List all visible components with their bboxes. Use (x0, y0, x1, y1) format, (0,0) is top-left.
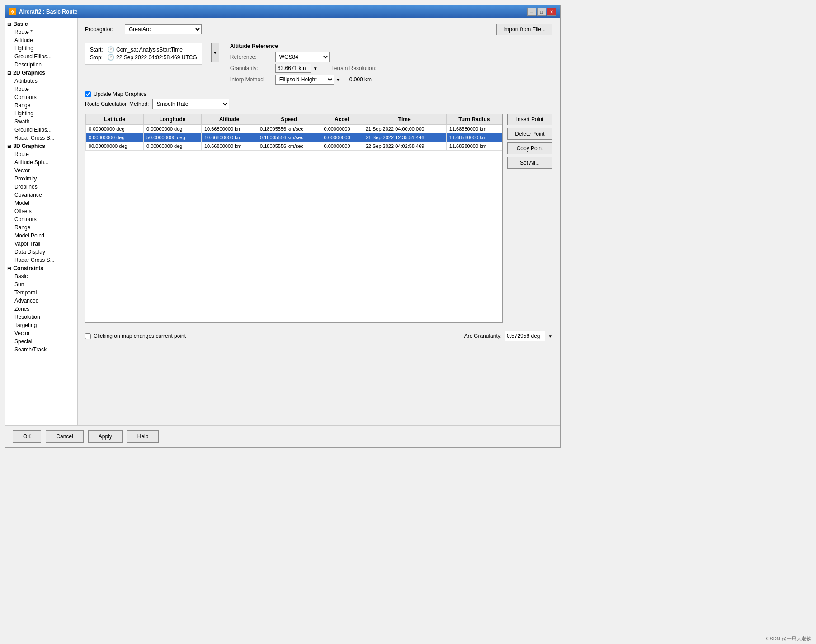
title-bar: ✈ Aircraft2 : Basic Route ─ □ ✕ (5, 5, 560, 18)
delete-point-button[interactable]: Delete Point (507, 128, 552, 140)
stop-label: Stop: (90, 54, 107, 61)
sidebar-item-swath[interactable]: Swath (5, 118, 77, 126)
cell-turn-1: 11.68580000 km (446, 125, 502, 133)
interp-method-select[interactable]: Ellipsoid Height (275, 75, 334, 85)
table-header: Latitude Longitude Altitude Speed Accel … (86, 114, 502, 125)
arc-granularity-input[interactable] (505, 331, 545, 341)
sidebar-item-model[interactable]: Model (5, 199, 77, 207)
set-all-button[interactable]: Set All... (507, 157, 552, 169)
cell-turn-2: 11.68580000 km (446, 133, 502, 142)
granularity-label: Granularity: (230, 65, 275, 71)
sidebar-item-offsets[interactable]: Offsets (5, 207, 77, 215)
sidebar-item-advanced[interactable]: Advanced (5, 297, 77, 305)
col-accel: Accel (321, 114, 363, 125)
cell-time-1: 21 Sep 2022 04:00:00.000 (363, 125, 446, 133)
col-longitude: Longitude (143, 114, 201, 125)
ok-button[interactable]: OK (13, 430, 41, 443)
table-row[interactable]: 0.00000000 deg 0.00000000 deg 10.6680000… (86, 125, 502, 133)
propagator-select[interactable]: GreatArc (125, 24, 202, 34)
sidebar-item-description[interactable]: Description (5, 61, 77, 69)
sidebar-item-contours-3d[interactable]: Contours (5, 215, 77, 223)
interp-method-arrow[interactable]: ▼ (336, 77, 340, 82)
sidebar-group-3d[interactable]: ⊟ 3D Graphics (5, 142, 77, 150)
clicking-on-map-label: Clicking on map changes current point (94, 333, 186, 339)
insert-point-button[interactable]: Insert Point (507, 114, 552, 125)
side-buttons: Insert Point Delete Point Copy Point Set… (507, 114, 552, 169)
sidebar-item-resolution[interactable]: Resolution (5, 313, 77, 321)
route-calc-label: Route Calculation Method: (85, 101, 149, 107)
sidebar-item-sun[interactable]: Sun (5, 280, 77, 289)
route-calc-select[interactable]: Smooth Rate (152, 99, 229, 109)
cell-accel-2: 0.00000000 (321, 133, 363, 142)
altitude-reference-title: Altitude Reference (230, 43, 377, 49)
sidebar-item-range-2d[interactable]: Range (5, 101, 77, 109)
sidebar-item-vector-constraints[interactable]: Vector (5, 329, 77, 337)
sidebar-item-basic-constraints[interactable]: Basic (5, 272, 77, 280)
arc-granularity-arrow[interactable]: ▼ (548, 334, 552, 339)
reference-label: Reference: (230, 54, 275, 60)
close-button[interactable]: ✕ (547, 8, 556, 16)
bottom-row: Clicking on map changes current point Ar… (85, 331, 552, 341)
granularity-input[interactable] (275, 64, 311, 73)
sidebar-item-covariance[interactable]: Covariance (5, 191, 77, 199)
sidebar-item-ground-ellips-basic[interactable]: Ground Ellips... (5, 52, 77, 61)
sidebar-item-radar-cross-3d[interactable]: Radar Cross S... (5, 256, 77, 264)
sidebar-item-route-2d[interactable]: Route (5, 85, 77, 93)
sidebar-group-2d[interactable]: ⊟ 2D Graphics (5, 69, 77, 77)
granularity-arrow[interactable]: ▼ (313, 66, 318, 71)
sidebar-item-special[interactable]: Special (5, 337, 77, 346)
sidebar-item-contours-2d[interactable]: Contours (5, 93, 77, 101)
cell-alt-2: 10.66800000 km (201, 133, 257, 142)
title-bar-buttons: ─ □ ✕ (527, 8, 556, 16)
cancel-button[interactable]: Cancel (46, 430, 83, 443)
minimize-button[interactable]: ─ (527, 8, 536, 16)
table-row[interactable]: 90.00000000 deg 0.00000000 deg 10.668000… (86, 142, 502, 151)
sidebar-item-droplines[interactable]: Droplines (5, 183, 77, 191)
cell-speed-3: 0.18005556 km/sec (257, 142, 321, 151)
clicking-on-map-checkbox[interactable] (85, 333, 91, 339)
update-map-label: Update Map Graphics (94, 91, 146, 97)
window-title: Aircraft2 : Basic Route (19, 9, 77, 15)
sidebar-item-vector-3d[interactable]: Vector (5, 166, 77, 175)
sidebar-item-lighting-basic[interactable]: Lighting (5, 44, 77, 52)
start-stop-dropdown-button[interactable]: ▼ (211, 43, 219, 62)
sidebar-item-proximity[interactable]: Proximity (5, 175, 77, 183)
start-label: Start: (90, 47, 107, 53)
table-header-row: Latitude Longitude Altitude Speed Accel … (86, 114, 502, 125)
sidebar-item-search-track[interactable]: Search/Track (5, 346, 77, 354)
watermark: CSDN @一只大老铁 (766, 635, 811, 642)
table-row[interactable]: 0.00000000 deg 50.00000000 deg 10.668000… (86, 133, 502, 142)
apply-button[interactable]: Apply (88, 430, 123, 443)
sidebar-item-attitude[interactable]: Attitude (5, 36, 77, 44)
sidebar-item-attitude-sph[interactable]: Attitude Sph... (5, 158, 77, 166)
sidebar-item-model-pointi[interactable]: Model Pointi... (5, 232, 77, 240)
sidebar-item-temporal[interactable]: Temporal (5, 289, 77, 297)
sidebar-item-attributes[interactable]: Attributes (5, 77, 77, 85)
sidebar-item-ground-ellips-2d[interactable]: Ground Ellips... (5, 126, 77, 134)
sidebar-group-basic[interactable]: ⊟ Basic (5, 20, 77, 28)
sidebar-item-targeting[interactable]: Targeting (5, 321, 77, 329)
sidebar-item-radar-cross-2d[interactable]: Radar Cross S... (5, 134, 77, 142)
divider-1 (85, 39, 552, 39)
sidebar-item-route-star[interactable]: Route * (5, 28, 77, 36)
altitude-reference-section: Altitude Reference Reference: WGS84 Gran… (230, 43, 377, 86)
copy-point-button[interactable]: Copy Point (507, 142, 552, 154)
reference-select[interactable]: WGS84 (275, 52, 330, 62)
update-map-row: Update Map Graphics (85, 91, 552, 97)
sidebar-item-lighting-2d[interactable]: Lighting (5, 109, 77, 118)
sidebar-item-vapor-trail[interactable]: Vapor Trail (5, 240, 77, 248)
import-from-file-button[interactable]: Import from File... (496, 24, 552, 35)
maximize-button[interactable]: □ (537, 8, 546, 16)
sidebar-item-data-display[interactable]: Data Display (5, 248, 77, 256)
cell-lat-3: 90.00000000 deg (86, 142, 144, 151)
sidebar-item-zones[interactable]: Zones (5, 305, 77, 313)
help-button[interactable]: Help (127, 430, 159, 443)
update-map-checkbox[interactable] (85, 91, 91, 97)
sidebar-item-range-3d[interactable]: Range (5, 223, 77, 232)
start-stop-section: Start: 🕐 Com_sat AnalysisStartTime Stop:… (85, 43, 219, 65)
propagator-row: Propagator: GreatArc Import from File... (85, 24, 552, 35)
sidebar-item-route-3d[interactable]: Route (5, 150, 77, 158)
data-table-container: Latitude Longitude Altitude Speed Accel … (85, 114, 503, 323)
sidebar-group-constraints[interactable]: ⊟ Constraints (5, 264, 77, 272)
cell-speed-2: 0.18005556 km/sec (257, 133, 321, 142)
